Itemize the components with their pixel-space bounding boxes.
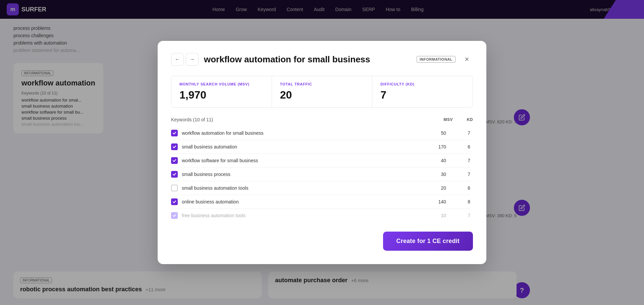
modal-header: ← → workflow automation for small busine…: [171, 53, 473, 66]
keyword-msv-value: 10: [419, 213, 446, 218]
stat-difficulty: DIFFICULTY (KD) 7: [372, 76, 473, 107]
keyword-name: workflow software for small business: [182, 158, 415, 163]
keyword-kd-value: 6: [450, 185, 470, 191]
stat-traffic: TOTAL TRAFFIC 20: [272, 76, 373, 107]
stat-msv: MONTHLY SEARCH VOLUME (MSV) 1,970: [171, 76, 272, 107]
keyword-row[interactable]: workflow automation for small business50…: [171, 126, 470, 140]
stat-msv-label: MONTHLY SEARCH VOLUME (MSV): [179, 82, 264, 86]
col-header-kd: KD: [453, 117, 473, 122]
next-button[interactable]: →: [186, 53, 199, 66]
keyword-checkbox[interactable]: [171, 171, 178, 178]
keyword-msv-value: 30: [419, 172, 446, 177]
keyword-kd-value: 6: [450, 144, 470, 149]
keyword-msv-value: 20: [419, 185, 446, 191]
keyword-name: free business automation tools: [182, 213, 415, 218]
keyword-checkbox[interactable]: [171, 212, 178, 219]
stat-traffic-value: 20: [280, 89, 364, 101]
create-button[interactable]: Create for 1 CE credit: [383, 232, 473, 251]
keyword-row[interactable]: small business automation1706: [171, 140, 470, 154]
stat-msv-value: 1,970: [179, 89, 264, 101]
keyword-row[interactable]: workflow software for small business407: [171, 154, 470, 168]
modal-footer: Create for 1 CE credit: [171, 232, 473, 251]
keyword-kd-value: 7: [450, 213, 470, 218]
keywords-list: workflow automation for small business50…: [171, 126, 470, 222]
keyword-row[interactable]: small business automation tools206: [171, 181, 470, 195]
keyword-name: workflow automation for small business: [182, 130, 415, 136]
modal-overlay: ← → workflow automation for small busine…: [0, 0, 644, 305]
stat-difficulty-value: 7: [380, 89, 465, 101]
keyword-msv-value: 140: [419, 199, 446, 204]
keyword-row[interactable]: small business process307: [171, 168, 470, 181]
prev-button[interactable]: ←: [171, 53, 184, 66]
keywords-count: Keywords (10 of 11): [171, 117, 426, 122]
keyword-kd-value: 7: [450, 130, 470, 136]
keyword-checkbox[interactable]: [171, 185, 178, 191]
keyword-name: small business automation tools: [182, 185, 415, 191]
col-header-msv: MSV: [426, 117, 453, 122]
keyword-checkbox[interactable]: [171, 130, 178, 136]
keyword-modal: ← → workflow automation for small busine…: [158, 41, 486, 264]
keyword-checkbox[interactable]: [171, 143, 178, 150]
keyword-checkbox[interactable]: [171, 157, 178, 164]
stat-traffic-label: TOTAL TRAFFIC: [280, 82, 364, 86]
keyword-row[interactable]: online business automation1408: [171, 195, 470, 209]
modal-nav-buttons: ← →: [171, 53, 199, 66]
keyword-kd-value: 8: [450, 199, 470, 204]
keyword-row[interactable]: free business automation tools107: [171, 209, 470, 222]
modal-keyword-title: workflow automation for small business: [204, 54, 411, 65]
keyword-checkbox[interactable]: [171, 198, 178, 205]
stat-difficulty-label: DIFFICULTY (KD): [380, 82, 465, 86]
keyword-kd-value: 7: [450, 158, 470, 163]
modal-close-button[interactable]: ×: [461, 53, 473, 65]
modal-intent-badge: INFORMATIONAL: [417, 56, 455, 63]
keyword-name: online business automation: [182, 199, 415, 204]
keywords-table-header: Keywords (10 of 11) MSV KD: [171, 117, 473, 122]
keyword-name: small business automation: [182, 144, 415, 149]
keyword-name: small business process: [182, 172, 415, 177]
keyword-kd-value: 7: [450, 172, 470, 177]
keywords-scroll-container[interactable]: workflow automation for small business50…: [171, 126, 473, 222]
keyword-msv-value: 40: [419, 158, 446, 163]
stats-row: MONTHLY SEARCH VOLUME (MSV) 1,970 TOTAL …: [171, 76, 473, 108]
keyword-msv-value: 170: [419, 144, 446, 149]
keyword-msv-value: 50: [419, 130, 446, 136]
